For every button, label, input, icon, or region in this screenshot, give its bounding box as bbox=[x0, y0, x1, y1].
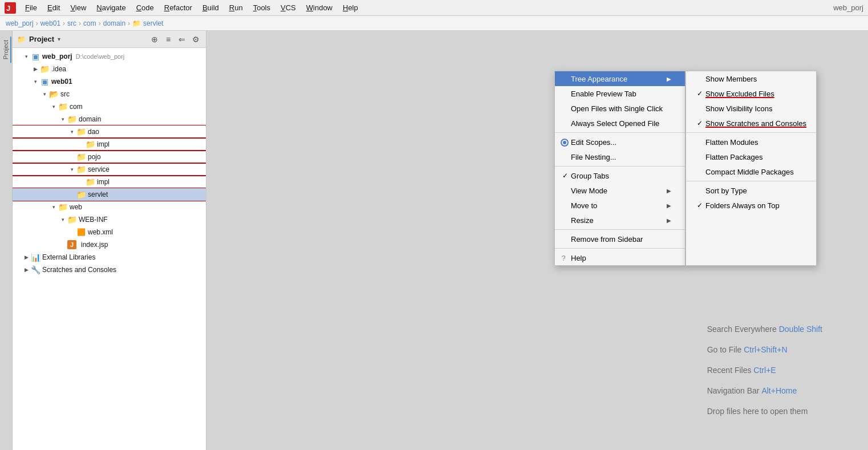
tree-item-pojo[interactable]: ▶ 📁 pojo bbox=[13, 151, 206, 163]
tree-item-impl-dao[interactable]: ▶ 📁 impl bbox=[13, 138, 206, 151]
menu-bar: J File Edit View Navigate Code Refactor … bbox=[0, 0, 868, 16]
hint-text-recent: Recent Files bbox=[707, 366, 754, 375]
tree-item-webxml[interactable]: ▶ 🟧 web.xml bbox=[13, 226, 206, 238]
settings-icon[interactable]: ⚙ bbox=[190, 34, 201, 45]
submenu-item-flatten-packages[interactable]: Flatten Packages bbox=[686, 149, 816, 164]
menu-view[interactable]: View bbox=[66, 2, 91, 13]
submenu-item-sort-type[interactable]: Sort by Type bbox=[686, 183, 816, 198]
menu-item-resize[interactable]: Resize ▶ bbox=[555, 213, 685, 228]
main-layout: Project 📁 Project ▾ ⊕ ≡ ⇐ ⚙ ▾ ▣ web_porj… bbox=[0, 31, 868, 450]
collapse-all-icon[interactable]: ⇐ bbox=[176, 34, 188, 45]
tree-arrow-src[interactable]: ▾ bbox=[40, 90, 49, 99]
tree-arrow-com[interactable]: ▾ bbox=[49, 102, 58, 111]
menu-item-edit-scopes[interactable]: Edit Scopes... bbox=[555, 135, 685, 149]
menu-edit[interactable]: Edit bbox=[43, 2, 64, 13]
folder-icon-webinf: 📁 bbox=[67, 215, 76, 224]
menu-navigate[interactable]: Navigate bbox=[92, 2, 130, 13]
sidebar-tab-label[interactable]: Project bbox=[1, 37, 11, 63]
menu-item-remove-sidebar[interactable]: Remove from Sidebar bbox=[555, 232, 685, 246]
menu-item-group-tabs[interactable]: ✓ Group Tabs bbox=[555, 168, 685, 183]
tree-arrow-service[interactable]: ▾ bbox=[67, 165, 76, 174]
menu-item-enable-preview[interactable]: Enable Preview Tab bbox=[555, 86, 685, 101]
menu-item-file-nesting[interactable]: File Nesting... bbox=[555, 149, 685, 164]
menu-build[interactable]: Build bbox=[198, 2, 224, 13]
scroll-from-source-icon[interactable]: ≡ bbox=[163, 34, 174, 45]
check-show-excluded: ✓ bbox=[695, 90, 704, 98]
menu-vcs[interactable]: VCS bbox=[276, 2, 301, 13]
tree-item-web01[interactable]: ▾ ▣ web01 bbox=[13, 75, 206, 88]
separator-1 bbox=[555, 132, 685, 133]
menu-item-always-select[interactable]: Always Select Opened File bbox=[555, 116, 685, 131]
submenu-item-show-excluded[interactable]: ✓ Show Excluded Files bbox=[686, 86, 816, 101]
tree-item-src[interactable]: ▾ 📂 src bbox=[13, 88, 206, 100]
tree-arrow-web[interactable]: ▾ bbox=[49, 202, 58, 212]
tree-label-pojo: pojo bbox=[88, 153, 101, 161]
breadcrumb-item-0[interactable]: web_porj bbox=[6, 19, 34, 27]
breadcrumb-item-1[interactable]: web01 bbox=[40, 19, 60, 27]
breadcrumb-item-4[interactable]: domain bbox=[103, 19, 125, 27]
menu-code[interactable]: Code bbox=[132, 2, 159, 13]
tree-label-extlibs: External Libraries bbox=[42, 253, 95, 261]
tree-item-dao[interactable]: ▾ 📁 dao bbox=[13, 125, 206, 138]
submenu-label-show-members: Show Members bbox=[705, 75, 807, 83]
tree-item-idea[interactable]: ▶ 📁 .idea bbox=[13, 63, 206, 75]
menu-item-tree-appearance[interactable]: Tree Appearance ▶ bbox=[555, 71, 685, 86]
tree-item-web_porj[interactable]: ▾ ▣ web_porj D:\code\web_porj bbox=[13, 50, 206, 63]
question-icon-help: ? bbox=[561, 254, 565, 262]
tree-item-scratches[interactable]: ▶ 🔧 Scratches and Consoles bbox=[13, 263, 206, 276]
tree-arrow-idea[interactable]: ▶ bbox=[31, 64, 40, 74]
tree-item-service[interactable]: ▾ 📁 service bbox=[13, 163, 206, 176]
tree-arrow-scratches[interactable]: ▶ bbox=[22, 265, 31, 274]
file-tree: ▾ ▣ web_porj D:\code\web_porj ▶ 📁 .idea … bbox=[13, 48, 206, 450]
tree-arrow-domain[interactable]: ▾ bbox=[58, 115, 67, 124]
tree-label-service: service bbox=[88, 165, 109, 173]
menu-refactor[interactable]: Refactor bbox=[160, 2, 197, 13]
submenu-label-show-visibility: Show Visibility Icons bbox=[705, 104, 807, 113]
submenu-item-show-scratches[interactable]: ✓ Show Scratches and Consoles bbox=[686, 116, 816, 131]
breadcrumb-item-3[interactable]: com bbox=[83, 19, 96, 27]
tree-arrow-webinf[interactable]: ▾ bbox=[58, 215, 67, 224]
breadcrumb-item-5[interactable]: servlet bbox=[143, 19, 163, 27]
menu-tools[interactable]: Tools bbox=[249, 2, 275, 13]
tree-arrow-web01[interactable]: ▾ bbox=[31, 77, 40, 86]
submenu-item-folders-on-top[interactable]: ✓ Folders Always on Top bbox=[686, 198, 816, 213]
tree-item-domain[interactable]: ▾ 📁 domain bbox=[13, 113, 206, 125]
breadcrumb-item-2[interactable]: src bbox=[67, 19, 76, 27]
submenu-item-show-members[interactable]: Show Members bbox=[686, 71, 816, 86]
submenu-item-compact-middle[interactable]: Compact Middle Packages bbox=[686, 164, 816, 179]
hint-nav-bar: Navigation Bar Alt+Home bbox=[707, 386, 822, 395]
submenu-label-flatten-modules: Flatten Modules bbox=[705, 138, 807, 147]
submenu-item-show-visibility[interactable]: Show Visibility Icons bbox=[686, 101, 816, 116]
menu-item-help[interactable]: ? Help bbox=[555, 250, 685, 265]
menu-item-move-to[interactable]: Move to ▶ bbox=[555, 198, 685, 213]
tree-item-webinf[interactable]: ▾ 📁 WEB-INF bbox=[13, 213, 206, 226]
tree-label-src: src bbox=[60, 90, 70, 98]
menu-item-view-mode[interactable]: View Mode ▶ bbox=[555, 183, 685, 198]
content-area: Tree Appearance ▶ Enable Preview Tab Ope… bbox=[206, 31, 868, 450]
separator-3 bbox=[555, 229, 685, 230]
tree-label-idea: .idea bbox=[51, 65, 66, 73]
project-dropdown-arrow[interactable]: ▾ bbox=[58, 36, 60, 42]
submenu-item-flatten-modules[interactable]: Flatten Modules bbox=[686, 135, 816, 149]
tree-item-com[interactable]: ▾ 📁 com bbox=[13, 100, 206, 113]
menu-item-open-single-click[interactable]: Open Files with Single Click bbox=[555, 101, 685, 116]
menu-item-resize-label: Resize bbox=[571, 216, 667, 225]
tree-arrow-extlibs[interactable]: ▶ bbox=[22, 253, 31, 262]
hint-text-navbar: Navigation Bar bbox=[707, 386, 762, 395]
menu-run[interactable]: Run bbox=[225, 2, 248, 13]
tree-item-extlibs[interactable]: ▶ 📊 External Libraries bbox=[13, 251, 206, 263]
tree-item-impl-service[interactable]: ▶ 📁 impl bbox=[13, 176, 206, 188]
tree-item-web[interactable]: ▾ 📁 web bbox=[13, 201, 206, 213]
tree-item-index[interactable]: ▶ J index.jsp bbox=[13, 238, 206, 251]
menu-help[interactable]: Help bbox=[338, 2, 363, 13]
tree-arrow-dao[interactable]: ▾ bbox=[67, 127, 76, 136]
hint-drop-files: Drop files here to open them bbox=[707, 407, 822, 416]
tree-appearance-submenu: Show Members ✓ Show Excluded Files Show … bbox=[686, 71, 817, 266]
menu-file[interactable]: File bbox=[21, 2, 42, 13]
tree-arrow-web_porj[interactable]: ▾ bbox=[22, 52, 31, 61]
project-header: 📁 Project ▾ ⊕ ≡ ⇐ ⚙ bbox=[13, 31, 206, 48]
locate-icon[interactable]: ⊕ bbox=[149, 34, 160, 45]
menu-window[interactable]: Window bbox=[302, 2, 337, 13]
tree-label-web: web bbox=[70, 203, 82, 211]
tree-item-servlet[interactable]: ▶ 📁 servlet bbox=[13, 188, 206, 201]
